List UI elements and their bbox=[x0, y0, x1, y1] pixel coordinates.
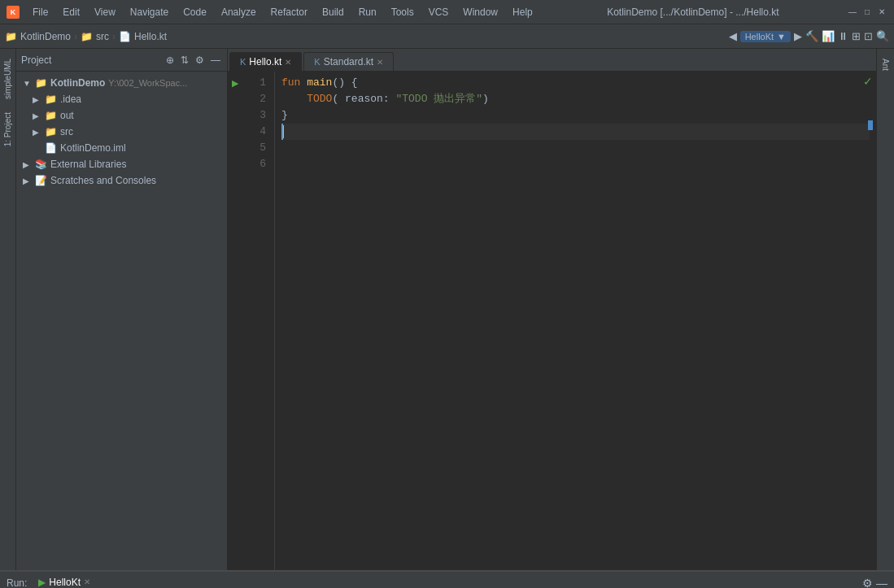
tree-arrow: ▶ bbox=[23, 160, 34, 169]
menu-build[interactable]: Build bbox=[316, 5, 351, 20]
breadcrumb-icon2: 📁 bbox=[81, 31, 93, 42]
function-name: main bbox=[307, 75, 332, 91]
cursor bbox=[283, 125, 290, 138]
settings-icon[interactable]: ⚙ bbox=[194, 53, 206, 68]
run-tab-icon: ▶ bbox=[38, 577, 46, 588]
minimize-button[interactable]: — bbox=[847, 7, 858, 18]
run-button[interactable]: ▶ bbox=[794, 30, 802, 42]
menu-view[interactable]: View bbox=[88, 5, 122, 20]
code-line-1: fun main() { bbox=[281, 75, 870, 91]
indent bbox=[281, 91, 307, 107]
menu-vcs[interactable]: VCS bbox=[422, 5, 456, 20]
breadcrumb-src[interactable]: src bbox=[96, 31, 109, 42]
tab-hello-kt[interactable]: K Hello.kt ✕ bbox=[229, 52, 302, 71]
tree-arrow: ▶ bbox=[33, 128, 44, 137]
code-line-5 bbox=[281, 140, 870, 156]
tree-item-out[interactable]: ▶ 📁 out bbox=[16, 107, 227, 124]
code-close-paren: ) bbox=[482, 91, 489, 107]
editor-tabs: K Hello.kt ✕ K Standard.kt ✕ bbox=[228, 49, 876, 72]
menu-run[interactable]: Run bbox=[352, 5, 383, 20]
left-tab-project[interactable]: 1: Project bbox=[2, 106, 14, 153]
editor-content: ▶ 1 2 3 4 5 6 fun main() { TODO( reason:… bbox=[228, 72, 876, 570]
run-config-selector[interactable]: HelloKt ▼ bbox=[740, 31, 791, 42]
add-icon[interactable]: ⊕ bbox=[164, 53, 176, 68]
menu-file[interactable]: File bbox=[26, 5, 55, 20]
sidebar-toolbar: Project ⊕ ⇅ ⚙ — bbox=[16, 49, 227, 72]
menu-tools[interactable]: Tools bbox=[385, 5, 421, 20]
build-button[interactable]: 🔨 bbox=[805, 30, 818, 42]
maximize-button[interactable]: □ bbox=[861, 7, 873, 18]
gutter: ▶ bbox=[228, 72, 242, 570]
breadcrumb-file[interactable]: Hello.kt bbox=[134, 31, 167, 42]
iml-icon: 📄 bbox=[44, 142, 57, 155]
string-literal: "TODO 抛出异常" bbox=[395, 91, 482, 107]
left-tab-simpleuml[interactable]: simpleUML bbox=[2, 52, 14, 106]
tree-item-external-libs[interactable]: ▶ 📚 External Libraries bbox=[16, 156, 227, 172]
title-bar: K File Edit View Navigate Code Analyze R… bbox=[0, 0, 894, 24]
window-controls: — □ ✕ bbox=[847, 7, 887, 18]
close-sidebar-icon[interactable]: — bbox=[209, 53, 222, 68]
sidebar: Project ⊕ ⇅ ⚙ — ▼ 📁 KotlinDemo Y:\002_Wo… bbox=[16, 49, 228, 570]
file-tree: ▼ 📁 KotlinDemo Y:\002_WorkSpac... ▶ 📁 .i… bbox=[16, 72, 227, 570]
tab-close-icon2[interactable]: ✕ bbox=[377, 58, 383, 67]
scratch-icon: 📝 bbox=[34, 174, 47, 187]
tree-label: External Libraries bbox=[50, 159, 126, 170]
tab-label2: Standard.kt bbox=[324, 56, 373, 68]
close-button[interactable]: ✕ bbox=[876, 7, 887, 18]
line-num-6: 6 bbox=[242, 156, 271, 172]
todo-call: TODO bbox=[307, 91, 332, 107]
tab-file-icon2: K bbox=[314, 57, 320, 67]
right-vertical-tabs: Ant bbox=[876, 49, 894, 570]
line-num-4: 4 bbox=[242, 124, 271, 140]
line-num-2: 2 bbox=[242, 91, 271, 107]
menu-window[interactable]: Window bbox=[456, 5, 504, 20]
pause-button[interactable]: ⏸ bbox=[838, 30, 848, 42]
tab-standard-kt[interactable]: K Standard.kt ✕ bbox=[303, 52, 394, 71]
tab-file-icon: K bbox=[240, 57, 246, 67]
tree-label: Scratches and Consoles bbox=[50, 175, 156, 186]
tree-item-scratches[interactable]: ▶ 📝 Scratches and Consoles bbox=[16, 172, 227, 189]
run-settings-icon[interactable]: ⚙ bbox=[862, 577, 873, 589]
back-icon[interactable]: ◀ bbox=[729, 30, 737, 42]
layout-button[interactable]: ⊞ bbox=[852, 30, 861, 42]
code-text: () { bbox=[332, 75, 357, 91]
run-arrow-icon: ▶ bbox=[232, 78, 238, 89]
breadcrumb-project[interactable]: KotlinDemo bbox=[20, 31, 71, 42]
tree-label: out bbox=[60, 110, 74, 121]
app-icon: K bbox=[7, 6, 20, 19]
coverage-button[interactable]: 📊 bbox=[822, 30, 835, 42]
collapse-icon[interactable]: — bbox=[876, 577, 887, 589]
tree-sublabel: Y:\002_WorkSpac... bbox=[108, 78, 187, 88]
settings-button[interactable]: ⊡ bbox=[864, 30, 873, 42]
menu-analyze[interactable]: Analyze bbox=[215, 5, 263, 20]
code-editor[interactable]: fun main() { TODO( reason: "TODO 抛出异常") … bbox=[275, 72, 876, 570]
tree-label: .idea bbox=[60, 94, 81, 105]
tree-item-idea[interactable]: ▶ 📁 .idea bbox=[16, 91, 227, 107]
scroll-icon[interactable]: ⇅ bbox=[179, 53, 190, 68]
left-vertical-tabs: simpleUML 1: Project bbox=[0, 49, 16, 570]
search-everywhere-button[interactable]: 🔍 bbox=[876, 30, 889, 42]
menu-edit[interactable]: Edit bbox=[56, 5, 86, 20]
tree-label: KotlinDemo bbox=[50, 77, 105, 89]
bottom-tab-close-icon[interactable]: ✕ bbox=[84, 577, 90, 586]
tree-label: KotlinDemo.iml bbox=[60, 142, 126, 154]
tree-item-iml[interactable]: 📄 KotlinDemo.iml bbox=[16, 140, 227, 156]
sidebar-title: Project bbox=[21, 54, 161, 66]
no-errors-icon: ✓ bbox=[863, 75, 873, 88]
lib-icon: 📚 bbox=[34, 158, 47, 171]
menu-navigate[interactable]: Navigate bbox=[124, 5, 175, 20]
code-line-4 bbox=[281, 124, 870, 140]
tab-close-icon[interactable]: ✕ bbox=[285, 58, 291, 67]
tree-item-src[interactable]: ▶ 📁 src bbox=[16, 124, 227, 140]
menu-refactor[interactable]: Refactor bbox=[264, 5, 314, 20]
bottom-tab-hellkt[interactable]: ▶ HelloKt ✕ bbox=[30, 573, 98, 589]
menu-code[interactable]: Code bbox=[177, 5, 213, 20]
right-tab-ant[interactable]: Ant bbox=[879, 52, 892, 77]
tree-item-kotlindemo[interactable]: ▼ 📁 KotlinDemo Y:\002_WorkSpac... bbox=[16, 75, 227, 91]
run-label: Run: bbox=[7, 577, 27, 589]
menu-bar: File Edit View Navigate Code Analyze Ref… bbox=[26, 5, 539, 20]
folder-icon: 📁 bbox=[34, 76, 47, 89]
keyword-fun: fun bbox=[281, 75, 307, 91]
menu-help[interactable]: Help bbox=[506, 5, 539, 20]
line-numbers: 1 2 3 4 5 6 bbox=[242, 72, 275, 570]
